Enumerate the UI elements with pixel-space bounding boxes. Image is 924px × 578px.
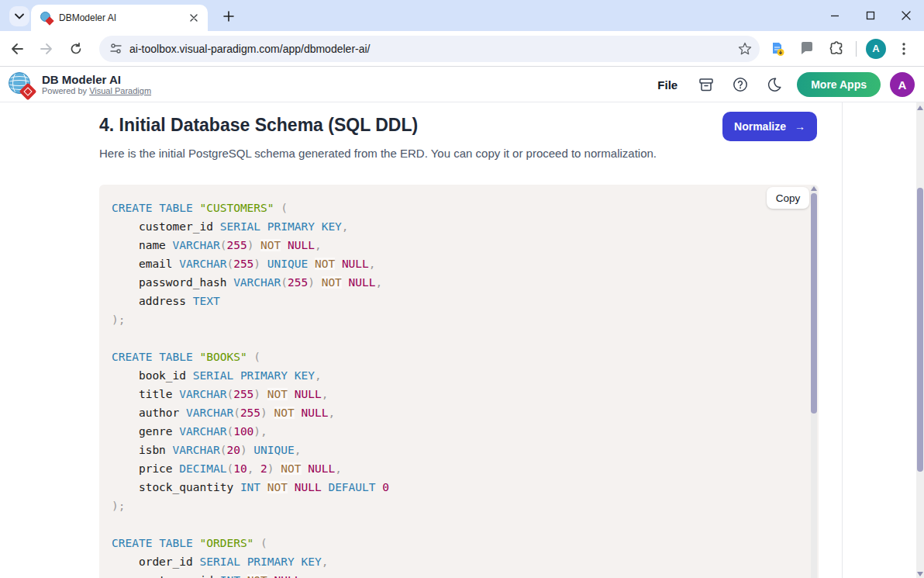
code-line [112,515,792,534]
app-logo-icon [9,72,34,98]
scroll-down-icon[interactable] [917,572,923,576]
code-block: CREATE TABLE "CUSTOMERS" ( customer_id S… [99,185,819,578]
close-icon [190,14,198,22]
dark-mode-icon[interactable] [761,71,788,98]
tab-search-button[interactable] [9,6,29,26]
omnibox[interactable]: ai-toolbox.visual-paradigm.com/app/dbmod… [99,36,760,62]
window-controls [817,0,924,31]
close-button[interactable] [888,0,924,31]
bookmark-star-icon[interactable] [738,42,752,56]
code-line: ); [112,497,792,515]
scroll-up-icon[interactable] [917,106,923,110]
app-header: DB Modeler AI Powered by Visual Paradigm… [0,67,924,102]
page-scrollbar[interactable] [916,102,924,578]
archive-icon[interactable] [693,71,719,98]
code-line: genre VARCHAR(100), [112,422,792,441]
code-line: title VARCHAR(255) NOT NULL, [112,385,792,403]
toolbar-divider [856,41,857,57]
forward-button[interactable] [34,36,59,61]
browser-toolbar: ai-toolbox.visual-paradigm.com/app/dbmod… [0,31,924,67]
favicon-icon [40,12,53,24]
tab-title: DBModeler AI [59,12,188,23]
help-icon[interactable] [727,71,753,98]
sql-code[interactable]: CREATE TABLE "CUSTOMERS" ( customer_id S… [99,185,805,578]
code-line: customer_id INT NOT NULL, [112,571,792,578]
download-doc-icon[interactable] [766,37,789,61]
tab-close-button[interactable] [188,12,200,24]
code-line: stock_quantity INT NOT NULL DEFAULT 0 [112,478,792,497]
code-scrollbar-thumb[interactable] [811,193,817,414]
code-scrollbar[interactable] [811,185,817,578]
page-subtitle: Here is the initial PostgreSQL schema ge… [99,147,735,160]
visual-paradigm-link[interactable]: Visual Paradigm [89,86,151,95]
chevron-down-icon [15,13,24,19]
powered-by: Powered by Visual Paradigm [42,86,151,96]
user-avatar[interactable]: A [890,72,915,97]
normalize-label: Normalize [734,120,786,133]
code-line [112,329,792,348]
maximize-button[interactable] [853,0,888,31]
browser-window: DBModeler AI ai-tool [0,0,924,578]
profile-avatar[interactable]: A [866,39,886,59]
page-scrollbar-thumb[interactable] [917,188,923,472]
code-line: book_id SERIAL PRIMARY KEY, [112,366,792,385]
code-line: CREATE TABLE "BOOKS" ( [112,348,792,366]
code-line: password_hash VARCHAR(255) NOT NULL, [112,273,792,292]
code-line: ); [112,310,792,329]
plus-icon [223,11,234,22]
code-line: address TEXT [112,292,792,310]
code-line: CREATE TABLE "CUSTOMERS" ( [112,199,792,217]
scroll-up-icon[interactable] [811,186,817,191]
menu-kebab-icon[interactable] [892,37,915,61]
browser-tab[interactable]: DBModeler AI [31,5,208,31]
page-heading: 4. Initial Database Schema (SQL DDL) [99,115,719,136]
reload-icon [70,43,82,55]
new-tab-button[interactable] [219,6,239,26]
code-line: isbn VARCHAR(20) UNIQUE, [112,441,792,459]
comment-icon[interactable] [795,37,819,61]
extensions-icon[interactable] [825,37,848,61]
code-line: order_id SERIAL PRIMARY KEY, [112,552,792,571]
copy-button[interactable]: Copy [767,187,809,209]
content-edge-divider [842,102,843,578]
code-line: CREATE TABLE "ORDERS" ( [112,534,792,552]
normalize-button[interactable]: Normalize → [722,112,817,141]
main-content: 4. Initial Database Schema (SQL DDL) Nor… [0,102,924,578]
code-line: email VARCHAR(255) UNIQUE NOT NULL, [112,254,792,273]
site-info-icon [110,43,122,54]
app-title: DB Modeler AI [42,73,151,86]
code-line: price DECIMAL(10, 2) NOT NULL, [112,459,792,478]
app-titles: DB Modeler AI Powered by Visual Paradigm [42,73,151,96]
code-line: customer_id SERIAL PRIMARY KEY, [112,217,792,236]
arrow-right-icon: → [795,120,805,133]
reload-button[interactable] [64,36,88,61]
tab-strip: DBModeler AI [0,0,924,31]
back-arrow-icon [10,43,24,55]
minimize-button[interactable] [817,0,853,31]
back-button[interactable] [5,36,29,61]
file-menu[interactable]: File [650,74,685,96]
code-line: author VARCHAR(255) NOT NULL, [112,403,792,422]
more-apps-button[interactable]: More Apps [797,72,881,97]
code-line: name VARCHAR(255) NOT NULL, [112,236,792,254]
forward-arrow-icon [40,43,53,55]
url-text[interactable]: ai-toolbox.visual-paradigm.com/app/dbmod… [129,43,738,55]
